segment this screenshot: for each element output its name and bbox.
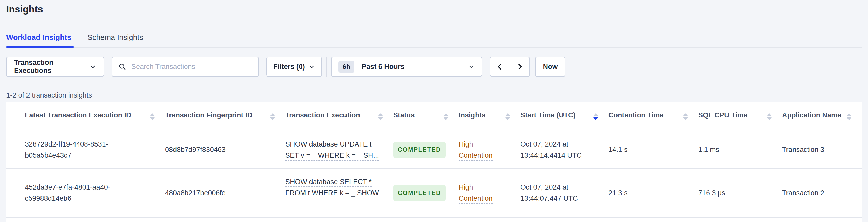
- column-header-application-name[interactable]: Application Name: [782, 102, 862, 131]
- column-header-transaction-execution[interactable]: Transaction Execution: [285, 102, 393, 131]
- time-range-badge: 6h: [339, 61, 354, 73]
- cell-start-time: Oct 07, 2024 at 13:44:14.4414 UTC: [521, 131, 609, 168]
- chevron-down-icon: [468, 63, 475, 70]
- sort-icon[interactable]: [588, 113, 598, 120]
- cell-contention-time: 21.3 s: [609, 168, 698, 218]
- chevron-right-icon: [516, 63, 524, 70]
- column-header-latest-execution-id[interactable]: Latest Transaction Execution ID: [6, 102, 165, 131]
- toolbar-divider: [326, 57, 327, 77]
- cell-execution-id: 328729d2-ff19-4408-8531- b05a5b4e43c7: [6, 131, 165, 168]
- sort-icon[interactable]: [438, 113, 448, 120]
- sort-icon[interactable]: [265, 113, 275, 120]
- now-button[interactable]: Now: [535, 57, 565, 77]
- column-header-sql-cpu-time[interactable]: SQL CPU Time: [698, 102, 782, 131]
- toolbar: Transaction Executions Filters (0) 6h Pa…: [6, 57, 862, 77]
- next-time-button[interactable]: [509, 57, 530, 77]
- execution-type-dropdown[interactable]: Transaction Executions: [6, 57, 104, 77]
- chevron-down-icon: [90, 63, 96, 70]
- insights-table-card: Latest Transaction Execution ID Transact…: [6, 102, 862, 222]
- cell-execution-id: 452da3e7-e7fa-4801-aa40- c59988d14eb6: [6, 168, 165, 218]
- column-header-status[interactable]: Status: [393, 102, 459, 131]
- execution-type-dropdown-label: Transaction Executions: [14, 59, 90, 75]
- insights-table: Latest Transaction Execution ID Transact…: [6, 102, 862, 218]
- cell-fingerprint-id: 08d8b7d97f830463: [165, 131, 285, 168]
- results-count: 1-2 of 2 transaction insights: [6, 91, 862, 99]
- time-range-pager: [490, 57, 530, 77]
- cell-sql-cpu-time: 1.1 ms: [698, 131, 782, 168]
- column-header-contention-time[interactable]: Contention Time: [609, 102, 698, 131]
- tab-schema-insights[interactable]: Schema Insights: [88, 33, 143, 47]
- chevron-down-icon: [309, 64, 315, 70]
- cell-insights: High Contention: [459, 168, 521, 218]
- statement-link[interactable]: SHOW database SELECT * FROM t WHERE k = …: [285, 178, 379, 209]
- cell-status: COMPLETED: [393, 131, 459, 168]
- search-icon: [118, 63, 126, 70]
- status-badge: COMPLETED: [393, 141, 446, 158]
- insight-link[interactable]: High Contention: [459, 140, 493, 161]
- now-button-label: Now: [543, 63, 558, 71]
- column-header-insights[interactable]: Insights: [459, 102, 521, 131]
- column-header-fingerprint-id[interactable]: Transaction Fingerprint ID: [165, 102, 285, 131]
- sort-icon[interactable]: [145, 113, 155, 120]
- table-row: 452da3e7-e7fa-4801-aa40- c59988d14eb6 48…: [6, 168, 862, 218]
- search-input[interactable]: [131, 63, 252, 71]
- sort-icon[interactable]: [373, 113, 383, 120]
- sort-icon[interactable]: [762, 113, 772, 120]
- cell-sql-cpu-time: 716.3 µs: [698, 168, 782, 218]
- cell-start-time: Oct 07, 2024 at 13:44:07.447 UTC: [521, 168, 609, 218]
- cell-transaction-execution: SHOW database SELECT * FROM t WHERE k = …: [285, 168, 393, 218]
- table-header-row: Latest Transaction Execution ID Transact…: [6, 102, 862, 131]
- sort-icon[interactable]: [841, 113, 851, 120]
- cell-contention-time: 14.1 s: [609, 131, 698, 168]
- page-title: Insights: [6, 3, 862, 15]
- tab-workload-insights[interactable]: Workload Insights: [6, 33, 71, 47]
- table-row: 328729d2-ff19-4408-8531- b05a5b4e43c7 08…: [6, 131, 862, 168]
- tab-bar: Workload Insights Schema Insights: [6, 33, 862, 48]
- chevron-left-icon: [496, 63, 504, 70]
- cell-insights: High Contention: [459, 131, 521, 168]
- filters-button[interactable]: Filters (0): [266, 57, 322, 77]
- sort-icon[interactable]: [500, 113, 510, 120]
- insight-link[interactable]: High Contention: [459, 183, 493, 203]
- status-badge: COMPLETED: [393, 185, 446, 201]
- cell-transaction-execution: SHOW database UPDATE t SET v = _ WHERE k…: [285, 131, 393, 168]
- cell-application-name: Transaction 2: [782, 168, 862, 218]
- filters-button-label: Filters (0): [273, 63, 305, 71]
- prev-time-button[interactable]: [490, 57, 510, 77]
- column-header-start-time[interactable]: Start Time (UTC): [521, 102, 609, 131]
- time-range-label: Past 6 Hours: [362, 63, 404, 71]
- cell-status: COMPLETED: [393, 168, 459, 218]
- cell-application-name: Transaction 3: [782, 131, 862, 168]
- search-box[interactable]: [112, 57, 259, 77]
- statement-link[interactable]: SHOW database UPDATE t SET v = _ WHERE k…: [285, 140, 379, 161]
- sort-icon[interactable]: [678, 113, 688, 120]
- cell-fingerprint-id: 480a8b217be006fe: [165, 168, 285, 218]
- time-range-picker[interactable]: 6h Past 6 Hours: [331, 57, 482, 77]
